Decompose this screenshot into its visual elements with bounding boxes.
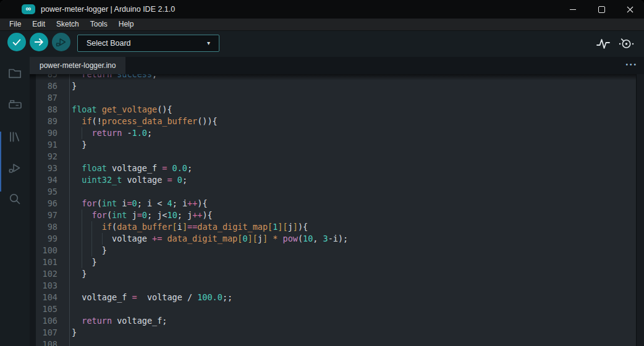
line-number: 93: [30, 162, 57, 174]
line-number: 100: [30, 245, 57, 256]
arduino-logo-icon: ∞: [22, 4, 35, 14]
menu-edit[interactable]: Edit: [27, 19, 51, 30]
debug-button[interactable]: [52, 33, 70, 51]
edge-highlight: [0, 132, 1, 192]
window-title: power-meter-logger | Arduino IDE 2.1.0: [41, 0, 175, 19]
line-number: 106: [30, 315, 57, 327]
indent-guide: [102, 233, 103, 245]
maximize-button[interactable]: [587, 0, 616, 19]
code-text: float voltage_f = 0.0;: [72, 162, 192, 174]
code-line: 90 return -1.0;: [30, 127, 637, 139]
code-line: 103: [30, 280, 637, 292]
serial-plotter-icon: [595, 36, 611, 52]
line-number: 101: [30, 256, 57, 268]
code-text: for(int i=0; i < 4; i++){: [72, 198, 208, 209]
sidebar-item-search[interactable]: [7, 191, 23, 207]
verify-button[interactable]: [7, 33, 26, 51]
code-line: 88float get_voltage(){: [30, 104, 637, 116]
code-text: }: [72, 268, 87, 280]
line-number: 88: [30, 104, 57, 116]
indent-guide: [82, 209, 82, 221]
code-line: 107}: [30, 327, 637, 339]
code-text: }: [72, 327, 77, 339]
serial-plotter-button[interactable]: [595, 36, 611, 52]
sidebar-item-debug[interactable]: [7, 160, 23, 176]
menu-sketch[interactable]: Sketch: [51, 19, 85, 30]
sidebar-item-sketchbook[interactable]: [7, 65, 23, 81]
line-number: 107: [30, 327, 57, 339]
code-line: 99 voltage += data_digit_map[0][j] * pow…: [30, 233, 637, 245]
line-number: 89: [30, 116, 57, 127]
code-rows: 85 return success;86}8788float get_volta…: [30, 74, 637, 346]
tab-shadow: [30, 74, 644, 80]
code-line: 101 }: [30, 256, 637, 268]
indent-guide: [82, 256, 82, 268]
code-line: 98 if(data_buffer[i]==data_digit_map[1][…: [30, 221, 637, 233]
menu-file[interactable]: File: [4, 19, 27, 30]
code-line: 91 }: [30, 139, 637, 151]
code-line: 94 uint32_t voltage = 0;: [30, 174, 637, 186]
check-icon: [11, 36, 22, 48]
vertical-scrollbar[interactable]: [636, 74, 644, 346]
minimize-icon: [570, 9, 576, 10]
code-editor[interactable]: 85 return success;86}8788float get_volta…: [30, 74, 644, 346]
line-number: 91: [30, 139, 57, 151]
code-line: 105: [30, 303, 637, 315]
line-number: 99: [30, 233, 57, 245]
code-text: float get_voltage(){: [72, 104, 172, 116]
code-text: for(int j=0; j<10; j++){: [72, 209, 213, 221]
code-line: 93 float voltage_f = 0.0;: [30, 162, 637, 174]
line-number: 92: [30, 151, 57, 162]
debug-icon: [54, 35, 68, 49]
minimize-button[interactable]: [559, 0, 587, 19]
close-icon: [627, 6, 633, 13]
line-number: 103: [30, 280, 57, 292]
debug-icon: [7, 160, 23, 176]
serial-monitor-icon: [618, 36, 634, 52]
code-text: voltage_f = voltage / 100.0;;: [72, 292, 232, 303]
line-number: 94: [30, 174, 57, 186]
code-text: voltage += data_digit_map[0][j] * pow(10…: [72, 233, 348, 245]
code-text: if(data_buffer[i]==data_digit_map[1][j])…: [72, 221, 308, 233]
code-line: 87: [30, 92, 637, 104]
close-button[interactable]: [616, 0, 644, 19]
code-line: 104 voltage_f = voltage / 100.0;;: [30, 292, 637, 303]
code-text: }: [72, 139, 87, 151]
line-number: 87: [30, 92, 57, 104]
sidebar-item-boards-manager[interactable]: [7, 97, 23, 113]
menu-tools[interactable]: Tools: [85, 19, 113, 30]
line-number: 102: [30, 268, 57, 280]
code-line: 89 if(!process_data_buffer()){: [30, 116, 637, 127]
arduino-ide-window: ∞ power-meter-logger | Arduino IDE 2.1.0…: [0, 0, 644, 346]
board-selector-value: Select Board: [87, 39, 131, 48]
maximize-icon: [598, 6, 605, 13]
sidebar-item-library-manager[interactable]: [7, 129, 23, 145]
code-line: 106 return voltage_f;: [30, 315, 637, 327]
serial-monitor-button[interactable]: [618, 36, 634, 52]
menu-bar: File Edit Sketch Tools Help: [0, 19, 644, 31]
books-icon: [7, 129, 23, 145]
code-text: }: [72, 256, 97, 268]
line-number: 98: [30, 221, 57, 233]
arrow-right-icon: [33, 36, 44, 48]
line-number: 105: [30, 303, 57, 315]
window-controls: [559, 0, 644, 19]
code-line: 92: [30, 151, 637, 162]
editor-group: power-meter-logger.ino ••• 85 return suc…: [30, 57, 644, 346]
more-actions-icon[interactable]: •••: [625, 57, 638, 74]
code-line: 96 for(int i=0; i < 4; i++){: [30, 198, 637, 209]
line-number: 108: [30, 339, 57, 346]
code-line: 86}: [30, 80, 637, 92]
menu-help[interactable]: Help: [113, 19, 140, 30]
title-bar[interactable]: ∞ power-meter-logger | Arduino IDE 2.1.0: [0, 0, 644, 19]
code-line: 100 }: [30, 245, 637, 256]
board-selector-dropdown[interactable]: Select Board ▾: [77, 35, 219, 52]
line-number: 104: [30, 292, 57, 303]
upload-button[interactable]: [30, 33, 48, 51]
tab-power-meter-logger-ino[interactable]: power-meter-logger.ino: [30, 57, 125, 74]
activity-bar: [0, 57, 30, 346]
code-line: 95: [30, 186, 637, 198]
code-text: return -1.0;: [72, 127, 152, 139]
code-text: }: [72, 80, 77, 92]
line-number: 90: [30, 127, 57, 139]
